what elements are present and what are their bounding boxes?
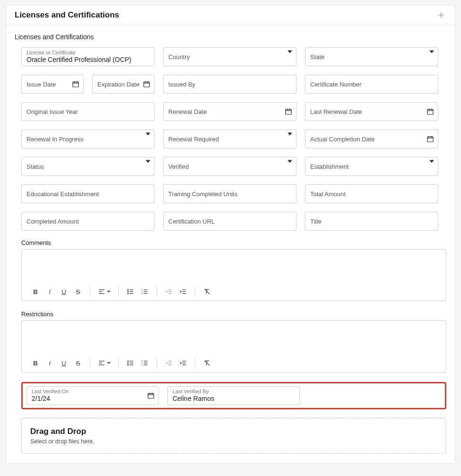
svg-point-48 [128, 363, 129, 363]
last-verified-on-field[interactable]: Last Verified On 2/1/24 [26, 386, 159, 405]
italic-button[interactable]: I [43, 286, 56, 298]
svg-rect-6 [144, 82, 149, 87]
svg-text:3: 3 [141, 292, 143, 294]
add-button[interactable] [436, 10, 446, 20]
indent-button[interactable] [177, 357, 189, 369]
number-list-icon: 123 [141, 288, 148, 295]
underline-button[interactable]: U [58, 357, 70, 369]
bold-button[interactable]: B [29, 286, 42, 298]
underline-button[interactable]: U [58, 286, 70, 298]
clear-format-icon [203, 288, 211, 295]
dropzone-subtitle: Select or drop files here. [30, 438, 437, 445]
chevron-down-icon [146, 136, 150, 143]
certification-url-field[interactable]: Certification URL [163, 212, 296, 231]
indent-button[interactable] [177, 286, 189, 298]
restrictions-editor[interactable]: B I U S 123 [21, 320, 446, 372]
licenses-card: Licenses and Certifications Licenses and… [6, 5, 455, 464]
training-completed-units-field[interactable]: Training Completed Units [163, 184, 296, 203]
certificate-number-field[interactable]: Certificate Number [305, 75, 438, 94]
calendar-icon [147, 392, 155, 399]
state-select[interactable]: State [305, 47, 438, 66]
clear-format-button[interactable] [201, 357, 213, 369]
original-issue-year-field[interactable]: Original Issue Year [21, 102, 155, 121]
renewal-required-select[interactable]: Renewal Required [163, 130, 296, 148]
svg-point-27 [128, 293, 129, 294]
establishment-select[interactable]: Establishment [305, 157, 438, 176]
calendar-icon [426, 108, 434, 115]
attachment-dropzone[interactable]: Drag and Drop Select or drop files here. [21, 418, 446, 454]
sub-section: Licenses and Certifications License or C… [6, 26, 455, 463]
card-header: Licenses and Certifications [6, 5, 455, 26]
align-button[interactable] [96, 357, 113, 369]
outdent-icon [165, 288, 173, 295]
align-left-icon [98, 359, 105, 367]
calendar-icon [72, 80, 79, 88]
renewal-date-field[interactable]: Renewal Date [163, 102, 296, 121]
chevron-down-icon [146, 163, 150, 170]
svg-rect-66 [148, 393, 154, 398]
total-amount-field[interactable]: Total Amount [305, 184, 438, 203]
chevron-down-icon [429, 53, 434, 61]
calendar-icon [285, 108, 292, 115]
actual-completion-date-field[interactable]: Actual Completion Date [305, 130, 438, 148]
chevron-down-icon [287, 163, 292, 170]
italic-button[interactable]: I [43, 357, 56, 369]
verified-select[interactable]: Verified [163, 157, 296, 176]
field-label: License or Certificate [26, 50, 75, 55]
indent-icon [179, 359, 187, 367]
last-renewal-date-field[interactable]: Last Renewal Date [305, 102, 438, 121]
title-field[interactable]: Title [305, 212, 438, 231]
restrictions-textarea[interactable] [22, 321, 446, 354]
card-title: Licenses and Certifications [15, 10, 119, 20]
license-certificate-field[interactable]: License or Certificate Oracle Certified … [21, 47, 155, 66]
svg-point-26 [128, 291, 129, 292]
issued-by-field[interactable]: Issued By [163, 75, 296, 94]
verification-highlight: Last Verified On 2/1/24 Last Verified By… [21, 382, 446, 409]
number-list-icon: 123 [141, 359, 148, 367]
chevron-down-icon [287, 53, 292, 61]
issue-date-field[interactable]: Issue Date [21, 75, 84, 94]
clear-format-button[interactable] [201, 286, 213, 298]
strike-button[interactable]: S [72, 357, 84, 369]
svg-rect-18 [427, 137, 433, 142]
comments-toolbar: B I U S 123 [22, 283, 446, 301]
svg-point-47 [128, 361, 129, 362]
align-button[interactable] [96, 286, 113, 298]
comments-label: Comments [21, 239, 446, 246]
restrictions-label: Restrictions [21, 311, 446, 318]
completed-amount-field[interactable]: Completed Amount [21, 212, 155, 231]
renewal-in-progress-select[interactable]: Renewal In Progress [21, 130, 155, 148]
plus-icon [437, 11, 445, 19]
chevron-down-icon [107, 362, 111, 364]
form-area: License or Certificate Oracle Certified … [15, 47, 446, 463]
dropzone-title: Drag and Drop [30, 427, 437, 436]
align-left-icon [98, 288, 105, 295]
svg-rect-2 [73, 82, 78, 87]
strike-button[interactable]: S [72, 286, 84, 298]
clear-format-icon [203, 359, 211, 367]
bold-button[interactable]: B [29, 357, 42, 369]
bullet-list-button[interactable] [124, 286, 137, 298]
svg-point-25 [128, 289, 129, 290]
number-list-button[interactable]: 123 [139, 357, 151, 369]
calendar-icon [143, 80, 150, 88]
chevron-down-icon [107, 291, 111, 293]
outdent-button[interactable] [163, 286, 175, 298]
chevron-down-icon [287, 136, 292, 143]
last-verified-by-field[interactable]: Last Verified By Celine Ramos [167, 386, 300, 405]
svg-rect-14 [427, 109, 433, 114]
educational-establishment-field[interactable]: Educational Establishment [21, 184, 155, 203]
bullet-list-icon [127, 359, 134, 367]
svg-point-49 [128, 364, 129, 365]
number-list-button[interactable]: 123 [139, 286, 151, 298]
bullet-list-button[interactable] [124, 357, 137, 369]
outdent-button[interactable] [163, 357, 175, 369]
comments-editor[interactable]: B I U S 123 [21, 249, 446, 301]
bullet-list-icon [127, 288, 134, 295]
calendar-icon [426, 135, 434, 143]
country-select[interactable]: Country [163, 47, 296, 66]
status-select[interactable]: Status [21, 157, 155, 176]
comments-textarea[interactable] [22, 250, 446, 283]
expiration-date-field[interactable]: Expiration Date [92, 75, 155, 94]
outdent-icon [165, 359, 173, 367]
